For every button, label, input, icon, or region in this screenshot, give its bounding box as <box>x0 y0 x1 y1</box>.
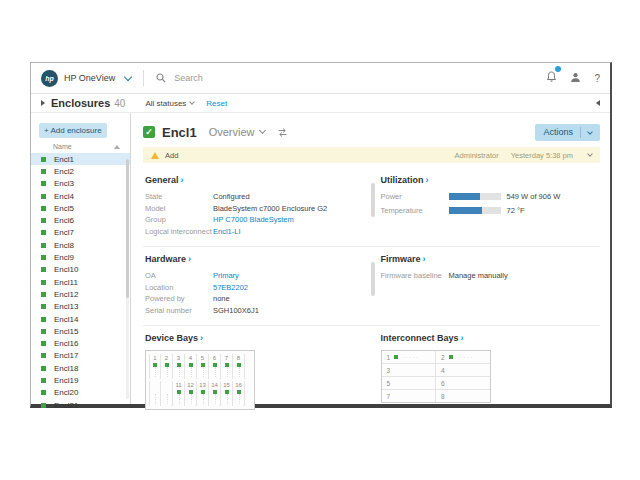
reset-filter-link[interactable]: Reset <box>206 99 227 108</box>
utilization-section-title[interactable]: Utilization› <box>381 175 601 185</box>
list-item[interactable]: Encl7 <box>31 227 130 239</box>
notification-bar[interactable]: Add Administrator Yesterday 5:38 pm <box>143 147 600 163</box>
device-bays-section-title[interactable]: Device Bays› <box>145 333 365 343</box>
list-item[interactable]: Encl12 <box>31 288 130 300</box>
interconnect-bay: 3 <box>382 364 437 376</box>
scrollbar-thumb[interactable] <box>126 159 129 298</box>
utilization-bar-fill <box>449 193 480 200</box>
enclosure-name: Encl20 <box>54 388 78 397</box>
detail-row: Location57EB2202 <box>145 283 365 292</box>
status-filter-dropdown[interactable]: All statuses <box>145 99 194 108</box>
interconnect-bay: 7 <box>382 390 437 402</box>
list-item[interactable]: Encl5 <box>31 202 130 214</box>
list-item[interactable]: Encl16 <box>31 337 130 349</box>
notification-task[interactable]: Add <box>165 151 178 160</box>
list-item[interactable]: Encl9 <box>31 251 130 263</box>
general-section-title[interactable]: General› <box>145 175 365 185</box>
list-item[interactable]: Encl3 <box>31 178 130 190</box>
detail-value-link[interactable]: Encl1-LI <box>213 227 241 236</box>
list-item[interactable]: Encl18 <box>31 362 130 374</box>
hardware-section-title[interactable]: Hardware› <box>145 254 365 264</box>
detail-value-link[interactable]: HP C7000 BladeSystem <box>213 215 294 224</box>
bay-number: 8 <box>237 355 240 362</box>
bay-number: 2 <box>165 355 168 362</box>
enclosure-name: Encl21 <box>54 401 78 410</box>
chevron-down-icon[interactable] <box>587 151 593 157</box>
interconnect-bay: 4 <box>436 364 490 376</box>
firmware-section-title[interactable]: Firmware› <box>381 254 601 264</box>
detail-value: BladeSystem c7000 Enclosure G2 <box>213 204 327 213</box>
list-item[interactable]: Encl17 <box>31 350 130 362</box>
chevron-down-icon[interactable] <box>124 72 132 80</box>
sort-ascending-icon[interactable] <box>114 145 120 149</box>
collapse-panel-icon[interactable] <box>596 100 600 106</box>
utilization-rows: Power549 W of 906 WTemperature72 °F <box>381 192 601 215</box>
interconnect-bays-section-title[interactable]: Interconnect Bays› <box>381 333 601 343</box>
actions-button[interactable]: Actions <box>535 124 600 141</box>
status-ok-icon <box>41 390 46 395</box>
list-item[interactable]: Encl11 <box>31 276 130 288</box>
status-ok-icon <box>41 317 46 322</box>
enclosure-name: Encl18 <box>54 364 78 373</box>
status-ok-icon <box>449 355 453 359</box>
list-item[interactable]: Encl21 <box>31 399 130 411</box>
utilization-value: 549 W of 906 W <box>507 192 561 201</box>
device-bays-bottom: 111213141516 <box>148 381 252 406</box>
list-item[interactable]: Encl19 <box>31 374 130 386</box>
help-icon[interactable]: ? <box>594 73 600 84</box>
add-enclosure-button[interactable]: + Add enclosure <box>39 123 107 138</box>
notification-user: Administrator <box>455 151 499 160</box>
list-item[interactable]: Encl2 <box>31 165 130 177</box>
list-item[interactable]: Encl1 <box>31 153 130 165</box>
enclosure-name: Encl1 <box>54 155 74 164</box>
list-header[interactable]: Name <box>31 143 130 153</box>
bay-number: 7 <box>225 355 228 362</box>
enclosure-name: Encl17 <box>54 351 78 360</box>
list-item[interactable]: Encl4 <box>31 190 130 202</box>
status-ok-icon <box>41 169 46 174</box>
detail-value-link[interactable]: Primary <box>213 271 239 280</box>
search-box[interactable] <box>156 72 546 84</box>
notifications-bell-icon[interactable] <box>546 69 557 87</box>
list-item[interactable]: Encl6 <box>31 214 130 226</box>
firmware-section: Firmware› Firmware baselineManage manual… <box>381 254 601 317</box>
device-bay: 1 <box>149 354 161 379</box>
enclosure-name: Encl10 <box>54 265 78 274</box>
page-title: Enclosures <box>51 97 110 109</box>
bay-number: 6 <box>441 380 445 387</box>
bay-number: 1 <box>153 355 156 362</box>
list-item[interactable]: Encl15 <box>31 325 130 337</box>
enclosure-name: Encl14 <box>54 315 78 324</box>
related-resources-icon[interactable] <box>277 127 288 138</box>
user-icon[interactable] <box>570 69 581 87</box>
list-item[interactable]: Encl14 <box>31 313 130 325</box>
main-menu-expand-icon[interactable] <box>41 100 45 106</box>
section-row: Device Bays› 12345678 111213141516 Inter… <box>143 325 600 418</box>
device-bays-diagram: 12345678 111213141516 <box>145 350 255 410</box>
list-item[interactable]: Encl20 <box>31 387 130 399</box>
sidebar-scrollbar[interactable] <box>126 159 129 399</box>
enclosure-name: Encl4 <box>54 192 74 201</box>
list-item[interactable]: Encl10 <box>31 264 130 276</box>
list-item[interactable]: Encl8 <box>31 239 130 251</box>
bay-number: 15 <box>223 382 230 389</box>
utilization-label: Power <box>381 192 449 201</box>
bay-number: 13 <box>199 382 206 389</box>
status-ok-icon <box>41 378 46 383</box>
main-panel: ✓ Encl1 Overview Actions <box>131 113 610 404</box>
status-ok-icon <box>41 304 46 309</box>
device-bay: 15 <box>221 381 233 406</box>
name-column-header[interactable]: Name <box>53 143 72 150</box>
top-banner: hp HP OneView <box>31 63 610 94</box>
detail-row: OAPrimary <box>145 271 365 280</box>
enclosure-name: Encl2 <box>54 167 74 176</box>
view-selector-dropdown[interactable]: Overview <box>209 126 265 138</box>
search-input[interactable] <box>172 72 396 84</box>
interconnect-bays-section: Interconnect Bays› 1·····2·····345678 <box>381 333 601 410</box>
status-ok-icon <box>41 280 46 285</box>
interconnect-bay: 8 <box>436 390 490 402</box>
status-ok-icon <box>41 181 46 186</box>
detail-value-link[interactable]: 57EB2202 <box>213 283 248 292</box>
list-item[interactable]: Encl13 <box>31 301 130 313</box>
status-ok-icon <box>177 363 181 367</box>
